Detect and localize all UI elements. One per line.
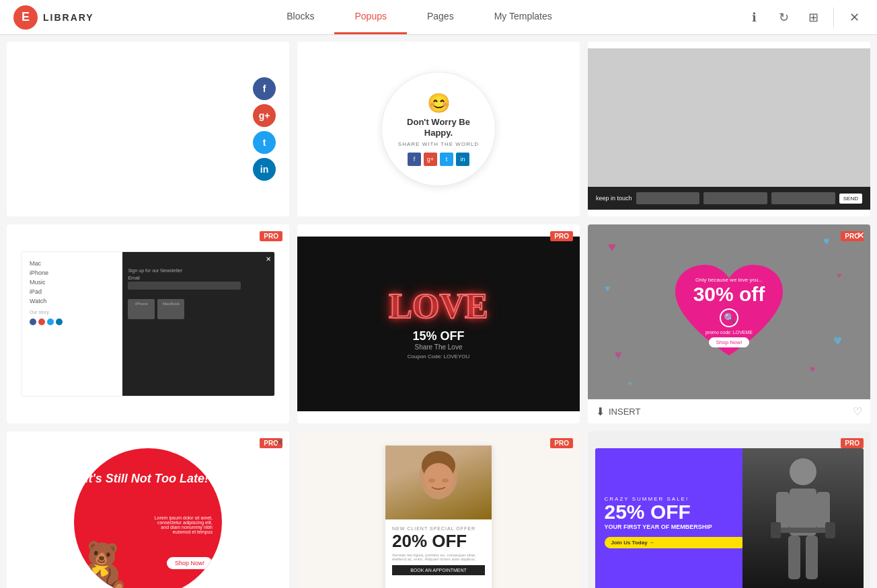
header-divider [833, 7, 834, 28]
beauty-percent: 20% OFF [392, 531, 485, 552]
gp-sm[interactable]: g+ [424, 153, 437, 166]
apple-email-input[interactable] [128, 282, 241, 290]
card-image: 😊 Don't Worry Be Happy. SHARE WITH THE W… [297, 42, 580, 216]
social-share-content: f g+ t in [7, 48, 289, 210]
keep-phone-input[interactable] [771, 192, 835, 204]
keep-bar: keep in touch SEND [588, 187, 870, 210]
close-icon[interactable]: ✕ [845, 8, 864, 27]
social-buttons-vertical: f g+ t in [253, 77, 276, 181]
linkedin-button[interactable]: in [253, 158, 276, 181]
svg-text:♥: ♥ [608, 239, 616, 254]
apple-desc: Our story [30, 310, 114, 314]
svg-point-13 [790, 458, 816, 485]
valentine-circle: 🧸 It's Still Not Too Late! Lorem ipsum d… [74, 448, 222, 588]
valentine-title: It's Still Not Too Late! [85, 472, 208, 487]
valentine-shop-button[interactable]: Shop Now! [167, 557, 213, 569]
pro-badge: PRO [260, 231, 282, 241]
pro-badge: PRO [550, 231, 573, 241]
beauty-body: NEW CLIENT SPECIAL OFFER 20% OFF Aenean … [385, 519, 492, 588]
close-icon[interactable]: ✕ [857, 230, 865, 241]
product-2: MacBook [157, 299, 184, 319]
card-beauty: PRO [297, 431, 580, 588]
card-keep-in-touch: keep in touch SEND [588, 42, 870, 216]
love-inner: LOVE 15% OFF Share The Love Coupon Code:… [375, 276, 501, 373]
close-icon[interactable]: ✕ [276, 437, 284, 448]
heart-percent: 30% off [693, 283, 765, 306]
refresh-icon[interactable]: ↻ [774, 8, 793, 27]
gym-percent: 25% OFF [605, 502, 747, 522]
menu-ipad: iPad [30, 288, 114, 295]
tab-blocks[interactable]: Blocks [266, 0, 334, 34]
beauty-cta-button[interactable]: BOOK AN APPOINTMENT [392, 565, 485, 575]
gym-join-button[interactable]: Join Us Today → [605, 537, 747, 548]
keep-send-button[interactable]: SEND [839, 194, 862, 204]
card-image: PRO Mac iPhone Music iPad Watch Our stor… [7, 224, 289, 423]
valentine-body: Lorem ipsum dolor sit amet, consectetur … [152, 515, 213, 534]
insert-button[interactable]: ⬇ INSERT [596, 405, 640, 418]
social-row: f g+ t in [408, 153, 469, 166]
teddy-bear-icon: 🧸 [74, 539, 131, 588]
apple-left-panel: Mac iPhone Music iPad Watch Our story [22, 252, 122, 396]
card-image: f g+ t in [7, 42, 289, 216]
twitter-button[interactable]: t [253, 131, 276, 154]
apple-popup-content: Mac iPhone Music iPad Watch Our story [7, 243, 289, 405]
card-image: keep in touch SEND [588, 42, 870, 216]
svg-rect-19 [773, 528, 833, 533]
logo-icon: E [13, 5, 38, 30]
keep-email-input[interactable] [636, 192, 700, 204]
beauty-face [385, 446, 492, 519]
beauty-offer-text: NEW CLIENT SPECIAL OFFER [392, 526, 485, 531]
svg-rect-20 [771, 522, 781, 538]
main-content: f g+ t in 😊 Don't Worry Be Happy. SHARE … [0, 35, 877, 588]
card-image: PRO LOVE 15% OFF Share The Love Coupon C… [297, 224, 580, 423]
card-apple: PRO Mac iPhone Music iPad Watch Our stor… [7, 224, 289, 423]
card-heart: PRO ✕ ♥ ♥ ♥ ♥ ♥ ♥ ♥ ♥ [588, 224, 870, 423]
popup-title: Don't Worry Be Happy. [393, 117, 484, 138]
save-icon[interactable]: ⊞ [804, 8, 823, 27]
svg-rect-17 [788, 536, 800, 579]
apple-signup-label: Sign up for our Newsletter [128, 268, 269, 273]
apple-close-icon[interactable]: ✕ [266, 255, 271, 263]
beauty-person-svg [412, 446, 465, 519]
keep-text: keep in touch [596, 195, 632, 202]
facebook-button[interactable]: f [253, 77, 276, 100]
tab-pages[interactable]: Pages [407, 0, 474, 34]
love-off-text: 15% OFF [389, 329, 488, 343]
card-image: PRO [297, 431, 580, 588]
li-sm[interactable]: in [456, 153, 469, 166]
menu-music: Music [30, 279, 114, 286]
nav-tabs: Blocks Popups Pages My Templates [108, 0, 731, 34]
gym-inner: Crazy Summer Sale! 25% OFF YOUR FIRST YE… [595, 448, 864, 588]
beauty-popup-content: NEW CLIENT SPECIAL OFFER 20% OFF Aenean … [297, 431, 580, 588]
love-share-text: Share The Love [389, 343, 488, 351]
menu-iphone: iPhone [30, 269, 114, 276]
beauty-inner: NEW CLIENT SPECIAL OFFER 20% OFF Aenean … [385, 445, 492, 588]
gym-popup-content: Crazy Summer Sale! 25% OFF YOUR FIRST YE… [588, 431, 870, 588]
circle-popup-content: 😊 Don't Worry Be Happy. SHARE WITH THE W… [297, 48, 580, 210]
apple-right-panel: ✕ Sign up for our Newsletter Email iPhon… [122, 252, 274, 396]
fb-icon-sm [30, 319, 36, 325]
svg-text:♥: ♥ [628, 380, 632, 387]
info-icon[interactable]: ℹ [745, 8, 763, 27]
heart-container: Only because we love you... 30% off 🔍 pr… [665, 255, 793, 369]
heart-shop-button[interactable]: Shop Now! [709, 337, 749, 347]
favorite-icon[interactable]: ♡ [853, 405, 862, 418]
tab-my-templates[interactable]: My Templates [474, 0, 572, 34]
svg-text:♥: ♥ [823, 235, 830, 247]
card-image: PRO ✕ 🧸 It's Still Not Too Late! Lorem i… [7, 431, 289, 588]
apple-email-label: Email [128, 276, 269, 280]
tw-sm[interactable]: t [440, 153, 453, 166]
svg-text:♥: ♥ [605, 283, 610, 294]
apple-products: iPhone MacBook [128, 299, 184, 319]
svg-text:♥: ♥ [615, 348, 622, 362]
fb-sm[interactable]: f [408, 153, 421, 166]
googleplus-button[interactable]: g+ [253, 104, 276, 127]
card-image: PRO ✕ ♥ ♥ ♥ ♥ ♥ ♥ ♥ ♥ [588, 224, 870, 399]
svg-point-11 [428, 478, 435, 482]
logo-area: E LIBRARY [0, 5, 108, 30]
love-text: LOVE [389, 289, 488, 324]
keep-name-input[interactable] [703, 192, 767, 204]
header: E LIBRARY Blocks Popups Pages My Templat… [0, 0, 877, 35]
tab-popups[interactable]: Popups [334, 0, 406, 34]
insert-label: INSERT [609, 407, 640, 417]
